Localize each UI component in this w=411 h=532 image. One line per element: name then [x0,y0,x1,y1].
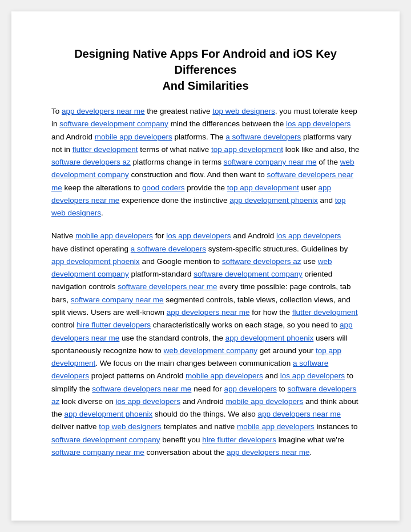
link-web-development-company-3[interactable]: web development company [164,346,257,355]
link-software-development-company-1[interactable]: software development company [59,119,168,128]
link-app-development-phoenix-4[interactable]: app development phoenix [65,410,153,418]
link-app-developers-near-me-6[interactable]: app developers near me [227,448,310,457]
link-app-developers-near-me-1[interactable]: app developers near me [62,107,145,115]
link-software-company-near-me-2[interactable]: software company near me [71,295,164,304]
link-app-developers-near-me-3[interactable]: app developers near me [167,308,250,317]
link-app-developers-1[interactable]: app developers [224,385,276,393]
link-ios-app-developers-1[interactable]: ios app developers [286,119,350,128]
link-flutter-development-1[interactable]: flutter development [72,145,138,154]
link-software-development-company-3[interactable]: software development company [51,435,160,444]
link-software-company-near-me-1[interactable]: software company near me [224,158,317,166]
link-ios-app-developers-2[interactable]: ios app developers [166,231,231,240]
link-software-developers-near-me-2[interactable]: software developers near me [118,282,217,291]
link-software-development-company-2[interactable]: software development company [194,270,303,278]
link-app-development-phoenix-3[interactable]: app development phoenix [225,334,314,342]
link-top-app-development-1[interactable]: top app development [211,145,283,154]
link-hire-flutter-developers-2[interactable]: hire flutter developers [202,435,276,444]
link-mobile-app-developers-5[interactable]: mobile app developers [237,422,315,431]
link-ios-app-developers-5[interactable]: ios app developers [116,397,180,406]
link-mobile-app-developers-4[interactable]: mobile app developers [225,397,303,406]
paragraph-2: Native mobile app developers for ios app… [51,230,360,459]
link-software-developers-az-2[interactable]: software developers az [222,257,301,266]
page-title: Designing Native Apps For Android and iO… [51,46,360,94]
paragraph-1: To app developers near me the greatest n… [51,105,360,219]
document-page: Designing Native Apps For Android and iO… [11,11,400,521]
link-top-web-designers-1[interactable]: top web designers [212,107,275,115]
link-mobile-app-developers-1[interactable]: mobile app developers [95,133,172,141]
link-mobile-app-developers-2[interactable]: mobile app developers [75,231,153,240]
link-a-software-developers-1[interactable]: a software developers [225,133,301,141]
link-good-coders-1[interactable]: good coders [142,183,184,192]
link-top-web-designers-3[interactable]: top web designers [99,422,162,431]
link-a-software-developers-2[interactable]: a software developers [131,245,206,253]
link-hire-flutter-developers-1[interactable]: hire flutter developers [76,321,151,329]
link-app-developers-near-me-5[interactable]: app developers near me [258,410,341,418]
link-mobile-app-developers-3[interactable]: mobile app developers [186,371,263,380]
link-top-app-development-2[interactable]: top app development [227,183,299,192]
link-ios-app-developers-3[interactable]: ios app developers [276,231,341,240]
link-flutter-development-2[interactable]: flutter development [292,308,358,317]
link-software-developers-near-me-3[interactable]: software developers near me [92,385,191,393]
link-software-developers-az-1[interactable]: software developers az [51,158,131,166]
link-ios-app-developers-4[interactable]: ios app developers [280,371,345,380]
link-app-development-phoenix-2[interactable]: app development phoenix [51,257,140,266]
link-app-development-phoenix-1[interactable]: app development phoenix [229,196,318,205]
link-software-company-near-me-3[interactable]: software company near me [51,448,144,457]
